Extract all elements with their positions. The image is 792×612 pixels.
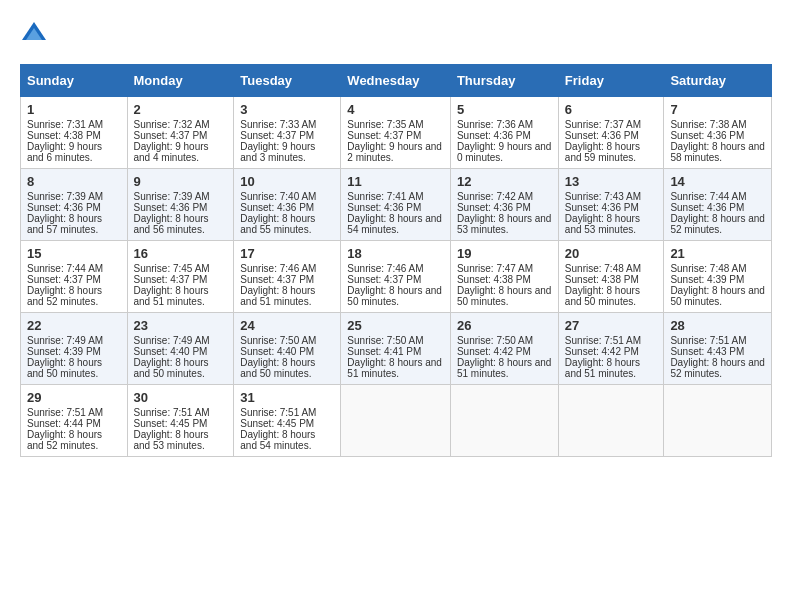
sunrise-text: Sunrise: 7:44 AM: [670, 191, 765, 202]
sunset-text: Sunset: 4:45 PM: [134, 418, 228, 429]
sunset-text: Sunset: 4:36 PM: [565, 130, 658, 141]
calendar-header-row: SundayMondayTuesdayWednesdayThursdayFrid…: [21, 65, 772, 97]
sunrise-text: Sunrise: 7:32 AM: [134, 119, 228, 130]
day-number: 27: [565, 318, 658, 333]
day-number: 17: [240, 246, 334, 261]
logo: [20, 20, 52, 48]
sunset-text: Sunset: 4:39 PM: [27, 346, 121, 357]
day-number: 21: [670, 246, 765, 261]
day-number: 6: [565, 102, 658, 117]
calendar-cell: 9Sunrise: 7:39 AMSunset: 4:36 PMDaylight…: [127, 169, 234, 241]
daylight-text: Daylight: 9 hours and 4 minutes.: [134, 141, 228, 163]
sunrise-text: Sunrise: 7:51 AM: [27, 407, 121, 418]
sunset-text: Sunset: 4:40 PM: [240, 346, 334, 357]
sunset-text: Sunset: 4:37 PM: [240, 130, 334, 141]
day-number: 26: [457, 318, 552, 333]
calendar-week-row: 1Sunrise: 7:31 AMSunset: 4:38 PMDaylight…: [21, 97, 772, 169]
calendar-cell: 27Sunrise: 7:51 AMSunset: 4:42 PMDayligh…: [558, 313, 664, 385]
sunrise-text: Sunrise: 7:39 AM: [27, 191, 121, 202]
daylight-text: Daylight: 8 hours and 58 minutes.: [670, 141, 765, 163]
sunset-text: Sunset: 4:36 PM: [670, 130, 765, 141]
day-number: 1: [27, 102, 121, 117]
sunrise-text: Sunrise: 7:40 AM: [240, 191, 334, 202]
sunrise-text: Sunrise: 7:50 AM: [347, 335, 444, 346]
calendar-cell: [450, 385, 558, 457]
daylight-text: Daylight: 9 hours and 6 minutes.: [27, 141, 121, 163]
day-number: 10: [240, 174, 334, 189]
sunset-text: Sunset: 4:43 PM: [670, 346, 765, 357]
calendar-cell: 13Sunrise: 7:43 AMSunset: 4:36 PMDayligh…: [558, 169, 664, 241]
calendar-cell: 5Sunrise: 7:36 AMSunset: 4:36 PMDaylight…: [450, 97, 558, 169]
day-number: 30: [134, 390, 228, 405]
day-number: 20: [565, 246, 658, 261]
sunset-text: Sunset: 4:36 PM: [240, 202, 334, 213]
calendar-cell: 10Sunrise: 7:40 AMSunset: 4:36 PMDayligh…: [234, 169, 341, 241]
day-number: 5: [457, 102, 552, 117]
daylight-text: Daylight: 8 hours and 50 minutes.: [240, 357, 334, 379]
calendar-cell: 21Sunrise: 7:48 AMSunset: 4:39 PMDayligh…: [664, 241, 772, 313]
daylight-text: Daylight: 8 hours and 56 minutes.: [134, 213, 228, 235]
sunset-text: Sunset: 4:36 PM: [457, 202, 552, 213]
sunrise-text: Sunrise: 7:46 AM: [240, 263, 334, 274]
calendar-cell: 17Sunrise: 7:46 AMSunset: 4:37 PMDayligh…: [234, 241, 341, 313]
day-number: 9: [134, 174, 228, 189]
sunset-text: Sunset: 4:37 PM: [134, 274, 228, 285]
header-saturday: Saturday: [664, 65, 772, 97]
day-number: 11: [347, 174, 444, 189]
sunrise-text: Sunrise: 7:39 AM: [134, 191, 228, 202]
day-number: 13: [565, 174, 658, 189]
sunrise-text: Sunrise: 7:51 AM: [134, 407, 228, 418]
sunset-text: Sunset: 4:41 PM: [347, 346, 444, 357]
day-number: 7: [670, 102, 765, 117]
calendar-cell: 16Sunrise: 7:45 AMSunset: 4:37 PMDayligh…: [127, 241, 234, 313]
sunrise-text: Sunrise: 7:49 AM: [134, 335, 228, 346]
daylight-text: Daylight: 8 hours and 53 minutes.: [134, 429, 228, 451]
daylight-text: Daylight: 8 hours and 50 minutes.: [457, 285, 552, 307]
calendar-cell: 2Sunrise: 7:32 AMSunset: 4:37 PMDaylight…: [127, 97, 234, 169]
day-number: 28: [670, 318, 765, 333]
header-monday: Monday: [127, 65, 234, 97]
sunset-text: Sunset: 4:45 PM: [240, 418, 334, 429]
sunrise-text: Sunrise: 7:43 AM: [565, 191, 658, 202]
sunrise-text: Sunrise: 7:31 AM: [27, 119, 121, 130]
sunset-text: Sunset: 4:36 PM: [134, 202, 228, 213]
calendar-cell: 11Sunrise: 7:41 AMSunset: 4:36 PMDayligh…: [341, 169, 451, 241]
sunset-text: Sunset: 4:39 PM: [670, 274, 765, 285]
calendar-cell: [664, 385, 772, 457]
calendar-cell: 15Sunrise: 7:44 AMSunset: 4:37 PMDayligh…: [21, 241, 128, 313]
daylight-text: Daylight: 8 hours and 54 minutes.: [240, 429, 334, 451]
daylight-text: Daylight: 8 hours and 51 minutes.: [134, 285, 228, 307]
calendar-table: SundayMondayTuesdayWednesdayThursdayFrid…: [20, 64, 772, 457]
sunrise-text: Sunrise: 7:45 AM: [134, 263, 228, 274]
day-number: 8: [27, 174, 121, 189]
day-number: 19: [457, 246, 552, 261]
calendar-week-row: 29Sunrise: 7:51 AMSunset: 4:44 PMDayligh…: [21, 385, 772, 457]
calendar-cell: 3Sunrise: 7:33 AMSunset: 4:37 PMDaylight…: [234, 97, 341, 169]
calendar-cell: 12Sunrise: 7:42 AMSunset: 4:36 PMDayligh…: [450, 169, 558, 241]
calendar-cell: 28Sunrise: 7:51 AMSunset: 4:43 PMDayligh…: [664, 313, 772, 385]
sunrise-text: Sunrise: 7:50 AM: [457, 335, 552, 346]
sunrise-text: Sunrise: 7:41 AM: [347, 191, 444, 202]
sunset-text: Sunset: 4:36 PM: [457, 130, 552, 141]
sunrise-text: Sunrise: 7:35 AM: [347, 119, 444, 130]
sunrise-text: Sunrise: 7:44 AM: [27, 263, 121, 274]
daylight-text: Daylight: 8 hours and 50 minutes.: [565, 285, 658, 307]
sunrise-text: Sunrise: 7:47 AM: [457, 263, 552, 274]
calendar-cell: [341, 385, 451, 457]
calendar-cell: 7Sunrise: 7:38 AMSunset: 4:36 PMDaylight…: [664, 97, 772, 169]
sunset-text: Sunset: 4:37 PM: [134, 130, 228, 141]
page-header: [20, 20, 772, 48]
calendar-cell: 1Sunrise: 7:31 AMSunset: 4:38 PMDaylight…: [21, 97, 128, 169]
sunrise-text: Sunrise: 7:46 AM: [347, 263, 444, 274]
calendar-cell: 18Sunrise: 7:46 AMSunset: 4:37 PMDayligh…: [341, 241, 451, 313]
calendar-cell: 14Sunrise: 7:44 AMSunset: 4:36 PMDayligh…: [664, 169, 772, 241]
daylight-text: Daylight: 8 hours and 52 minutes.: [27, 285, 121, 307]
daylight-text: Daylight: 8 hours and 54 minutes.: [347, 213, 444, 235]
calendar-week-row: 8Sunrise: 7:39 AMSunset: 4:36 PMDaylight…: [21, 169, 772, 241]
day-number: 3: [240, 102, 334, 117]
daylight-text: Daylight: 8 hours and 53 minutes.: [565, 213, 658, 235]
daylight-text: Daylight: 8 hours and 59 minutes.: [565, 141, 658, 163]
sunrise-text: Sunrise: 7:42 AM: [457, 191, 552, 202]
day-number: 16: [134, 246, 228, 261]
calendar-cell: 22Sunrise: 7:49 AMSunset: 4:39 PMDayligh…: [21, 313, 128, 385]
